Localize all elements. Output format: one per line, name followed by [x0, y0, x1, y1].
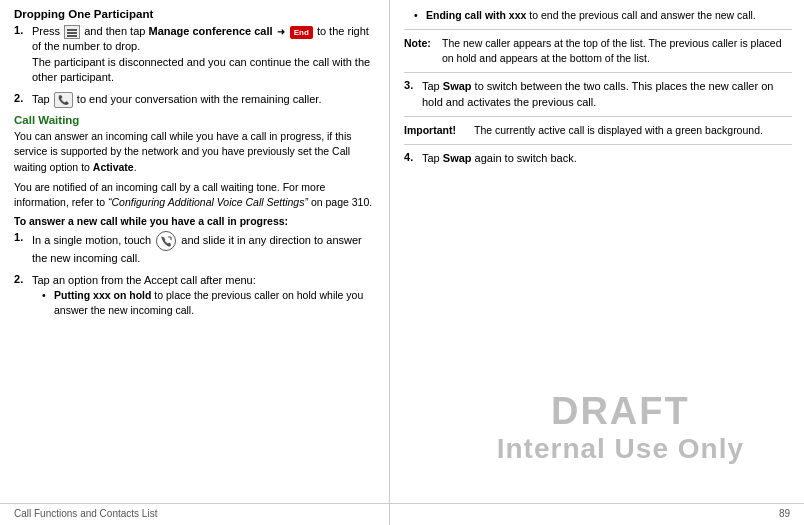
draft-watermark: DRAFT Internal Use Only [497, 390, 744, 465]
menu-icon [64, 25, 80, 39]
footer: Call Functions and Contacts List 89 [0, 503, 804, 519]
note-label: Note: [404, 36, 442, 51]
answer-step2-pre: Tap an option from the Accept call after… [32, 274, 256, 286]
bullet-ending: Ending call with xxx to end the previous… [414, 8, 792, 23]
drop-step1-press: Press [32, 25, 60, 37]
footer-left-text: Call Functions and Contacts List [14, 508, 779, 519]
important-row: Important! The currently active call is … [404, 123, 792, 138]
call-waiting-title: Call Waiting [14, 114, 377, 126]
drop-step2-tap: Tap [32, 93, 53, 105]
step3-post: to switch between the two calls. This pl… [422, 80, 773, 107]
important-text: The currently active call is displayed w… [474, 123, 763, 138]
bullet-putting: Putting xxx on hold to place the previou… [42, 288, 377, 317]
internal-use-text: Internal Use Only [497, 433, 744, 465]
footer-page-number: 89 [779, 508, 790, 519]
bullet-text-ending: to end the previous call and answer the … [529, 9, 755, 21]
bullet-key-ending: Ending call with xxx [426, 9, 526, 21]
divider-1 [404, 29, 792, 30]
divider-3 [404, 116, 792, 117]
drop-step1-then-tap: and then tap [84, 25, 148, 37]
answer-step-2: Tap an option from the Accept call after… [14, 273, 377, 322]
end-call-icon: 📞 [54, 92, 73, 109]
drop-step1-note: The participant is disconnected and you … [32, 56, 370, 83]
answer-step1-pre: In a single motion, touch [32, 234, 154, 246]
important-label: Important! [404, 123, 474, 138]
instruction-bold: To answer a new call while you have a ca… [14, 215, 377, 227]
drop-step1-arrow: ➜ [277, 26, 285, 37]
step4-pre: Tap [422, 152, 440, 164]
note-row: Note: The new caller appears at the top … [404, 36, 792, 66]
call-waiting-para2: You are notified of an incoming call by … [14, 180, 377, 210]
call-waiting-para1: You can answer an incoming call while yo… [14, 129, 377, 175]
dropping-title: Dropping One Participant [14, 8, 377, 20]
drop-step2-post: to end your conversation with the remain… [77, 93, 322, 105]
draft-text: DRAFT [497, 390, 744, 433]
circle-phone-icon [156, 231, 176, 251]
step3-swap: Swap [443, 80, 472, 92]
drop-step1-manage: Manage conference call [148, 25, 272, 37]
divider-4 [404, 144, 792, 145]
answer-step-4: Tap Swap again to switch back. [404, 151, 792, 166]
end-badge: End [290, 26, 313, 39]
divider-2 [404, 72, 792, 73]
drop-step-1: Press and then tap Manage conference cal… [14, 24, 377, 86]
answer-step-3: Tap Swap to switch between the two calls… [404, 79, 792, 110]
step3-pre: Tap [422, 80, 440, 92]
bullet-key-putting: Putting xxx on hold [54, 289, 151, 301]
drop-step-2: Tap 📞 to end your conversation with the … [14, 92, 377, 109]
step4-post: again to switch back. [475, 152, 577, 164]
step4-swap: Swap [443, 152, 472, 164]
note-text: The new caller appears at the top of the… [442, 36, 792, 66]
answer-step-1: In a single motion, touch and slide it i… [14, 231, 377, 266]
